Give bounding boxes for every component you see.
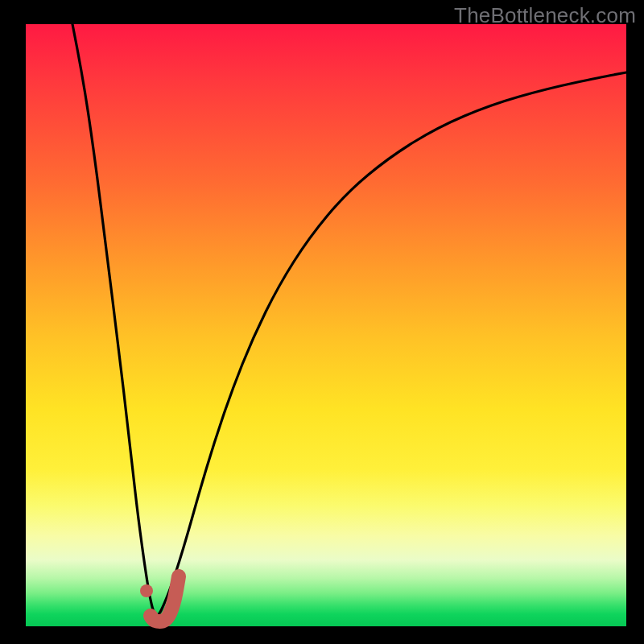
outer-frame: TheBottleneck.com — [0, 0, 644, 644]
optimum-dot-icon — [140, 584, 153, 597]
bottleneck-curve — [72, 24, 626, 615]
optimum-hook-icon — [151, 576, 179, 621]
curve-overlay — [26, 24, 626, 626]
gradient-plot-area — [26, 24, 626, 626]
